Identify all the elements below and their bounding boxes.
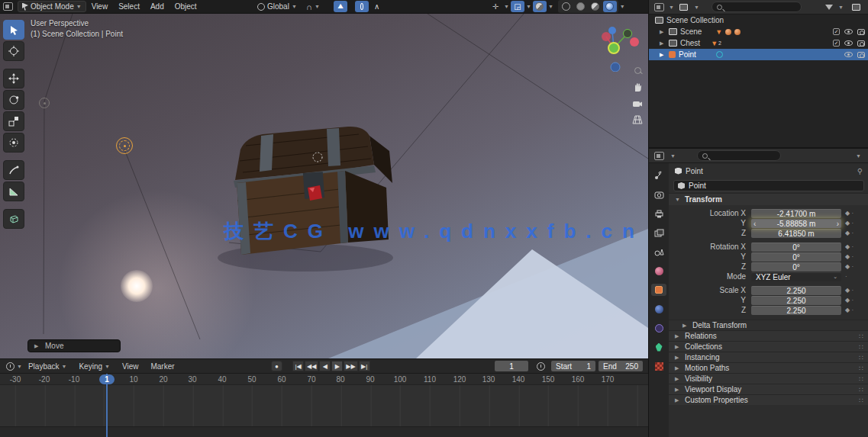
section-viewport-display[interactable]: ▶ Viewport Display ∷	[669, 384, 868, 394]
section-instancing[interactable]: ▶ Instancing ∷	[669, 352, 868, 362]
tab-object-data[interactable]	[651, 341, 666, 353]
outliner-editor-type-button[interactable]	[652, 2, 666, 13]
orientation-dropdown[interactable]: Global ▼	[252, 0, 302, 14]
shading-solid-button[interactable]	[574, 1, 588, 12]
auto-keying-button[interactable]: ●	[271, 361, 282, 371]
3d-viewport[interactable]: User Perspective (1) Scene Collection | …	[0, 14, 648, 358]
decorator[interactable]: ◆ ·	[841, 263, 863, 270]
shading-wireframe-button[interactable]	[560, 1, 573, 12]
editor-type-button[interactable]	[0, 0, 16, 14]
hide-viewport-eye-icon[interactable]	[844, 52, 853, 57]
tool-add-cube[interactable]	[3, 209, 24, 229]
scale-y-input[interactable]: 2.250	[751, 296, 841, 305]
tool-move[interactable]	[3, 69, 24, 88]
location-z-input[interactable]: 6.41850 m	[751, 229, 841, 238]
jump-to-end-button[interactable]: ▶|	[359, 361, 370, 371]
filter-icon[interactable]	[825, 5, 833, 10]
rotation-z-input[interactable]: 0°	[751, 262, 841, 272]
outliner-row-scene-collection[interactable]: Scene Collection	[649, 14, 868, 26]
decorator[interactable]: ◆ ·	[841, 297, 863, 304]
location-x-input[interactable]: -2.41700 m	[751, 209, 841, 218]
tab-view-layer[interactable]	[651, 227, 666, 239]
pan-tool-button[interactable]	[629, 79, 646, 95]
prev-keyframe-button[interactable]: ◀◀	[305, 361, 318, 371]
menu-view[interactable]: View	[116, 362, 145, 371]
show-gizmo-toggle[interactable]: ✛	[489, 1, 502, 12]
decorator[interactable]: ◆ ·	[841, 307, 863, 313]
disable-render-camera-icon[interactable]	[857, 29, 865, 35]
frame-end-field[interactable]: End 250	[599, 361, 643, 371]
tab-constraints[interactable]	[651, 303, 666, 315]
section-delta-transform[interactable]: ▶ Delta Transform	[669, 320, 868, 330]
tool-cursor[interactable]	[3, 41, 24, 61]
tool-select-box[interactable]	[3, 20, 24, 40]
operator-panel[interactable]: ▶ Move	[27, 339, 121, 352]
lamp-gizmo[interactable]	[39, 98, 50, 108]
tab-texture[interactable]	[651, 360, 666, 372]
show-overlays-toggle[interactable]: ◲	[511, 1, 524, 12]
tab-output[interactable]	[651, 207, 666, 220]
rotation-mode-dropdown[interactable]: XYZ Euler	[751, 272, 841, 281]
section-motion-paths[interactable]: ▶ Motion Paths ∷	[669, 362, 868, 373]
decorator[interactable]: ◆ ·	[841, 253, 863, 260]
properties-editor-type-button[interactable]	[652, 150, 666, 162]
decorator[interactable]: ◆ ·	[841, 287, 863, 294]
current-frame-field[interactable]: 1	[495, 361, 528, 371]
snap-target-button[interactable]: ⛰	[334, 1, 347, 12]
decorator[interactable]: ·	[841, 273, 863, 280]
hide-viewport-eye-icon[interactable]	[844, 40, 853, 46]
pin-icon[interactable]: ⚲	[857, 167, 863, 175]
falloff-dropdown[interactable]: ∧	[372, 0, 382, 14]
mode-dropdown[interactable]: Object Mode ▼	[18, 1, 86, 12]
snap-toggle[interactable]: ∩ ▼	[304, 0, 322, 14]
disable-render-camera-icon[interactable]	[857, 52, 865, 58]
play-button[interactable]: ▶	[331, 361, 343, 371]
decorator[interactable]: ◆ ·	[841, 220, 863, 227]
proportional-edit-toggle[interactable]	[355, 1, 369, 12]
menu-marker[interactable]: Marker	[144, 362, 180, 371]
play-reverse-button[interactable]: ◀	[319, 361, 331, 371]
outliner-row-chest[interactable]: ▶ Chest ▼ 2 ✓	[649, 37, 868, 49]
object-name-field[interactable]: Point	[673, 180, 864, 191]
rotation-y-input[interactable]: 0°	[751, 252, 841, 262]
selectable-checkbox[interactable]: ✓	[833, 40, 840, 47]
axis-y-ball[interactable]	[624, 30, 632, 38]
decorator[interactable]: ◆ ·	[841, 210, 863, 217]
tool-scale[interactable]	[3, 111, 24, 131]
breadcrumb-object[interactable]: Point	[686, 167, 703, 175]
menu-object[interactable]: Object	[169, 0, 202, 14]
tool-transform[interactable]	[3, 133, 24, 153]
axis-z-neg-ball[interactable]	[611, 63, 620, 72]
disable-render-camera-icon[interactable]	[857, 40, 865, 47]
outliner-row-point[interactable]: ▶ Point	[649, 49, 868, 60]
axis-x-neg-ball[interactable]	[630, 37, 639, 47]
transform-panel-header[interactable]: ▼ Transform	[669, 193, 868, 205]
hide-viewport-eye-icon[interactable]	[844, 29, 853, 34]
shading-rendered-button[interactable]	[603, 1, 617, 12]
frame-start-field[interactable]: Start 1	[551, 361, 595, 371]
section-relations[interactable]: ▶ Relations ∷	[669, 330, 868, 341]
perspective-toggle-button[interactable]	[629, 112, 646, 127]
tab-scene[interactable]	[651, 246, 666, 258]
menu-keying[interactable]: Keying ▼	[73, 362, 116, 371]
chevron-down-icon[interactable]: ▼	[856, 153, 866, 159]
menu-playback[interactable]: Playback ▼	[22, 362, 73, 371]
scale-z-input[interactable]: 2.250	[751, 306, 841, 315]
decorator[interactable]: ◆ ·	[841, 230, 863, 236]
axis-y-neg-ball[interactable]	[608, 43, 619, 53]
shading-material-button[interactable]	[589, 1, 602, 12]
selectable-checkbox[interactable]: ✓	[833, 28, 840, 35]
use-preview-range-clock-icon[interactable]	[537, 362, 545, 371]
zoom-tool-button[interactable]	[629, 63, 646, 78]
scale-x-input[interactable]: 2.250	[751, 286, 841, 295]
axis-z-ball[interactable]	[608, 27, 616, 34]
tool-annotate[interactable]	[3, 160, 24, 180]
properties-search-input[interactable]	[697, 150, 781, 161]
tool-rotate[interactable]	[3, 90, 24, 110]
jump-to-start-button[interactable]: |◀	[292, 361, 304, 371]
tab-physics[interactable]	[651, 322, 666, 334]
new-collection-button[interactable]	[849, 2, 863, 13]
axis-x-ball[interactable]	[602, 32, 611, 41]
menu-select[interactable]: Select	[113, 0, 145, 14]
tab-tool[interactable]	[651, 169, 666, 182]
